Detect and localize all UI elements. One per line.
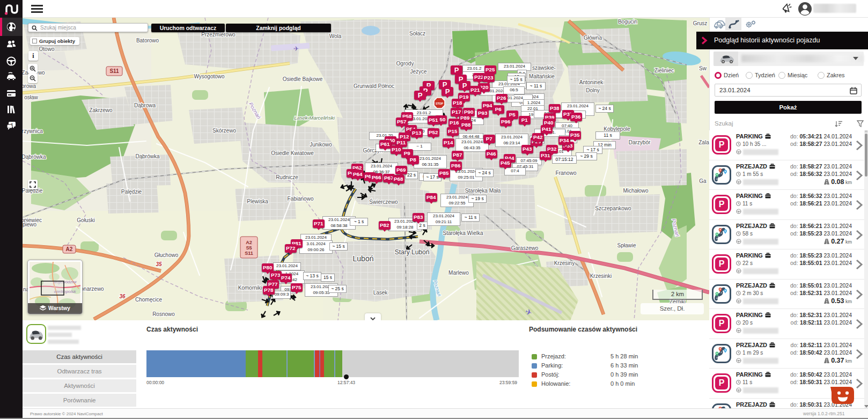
svg-text:?: ? xyxy=(11,123,13,126)
svg-text:STOP: STOP xyxy=(436,102,444,105)
